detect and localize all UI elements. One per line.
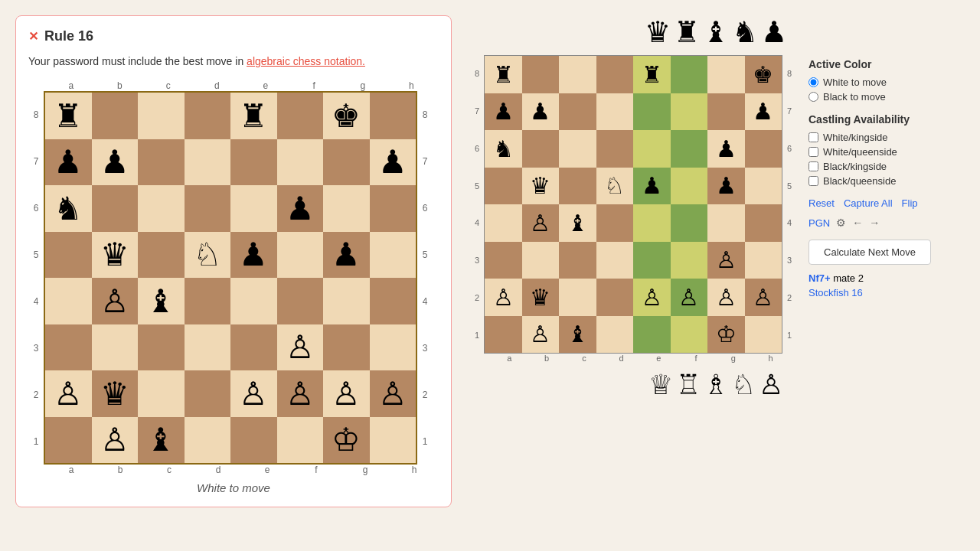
small-cell[interactable] xyxy=(45,232,92,279)
small-cell[interactable]: ♛ xyxy=(92,232,139,279)
settings-icon[interactable]: ⚙ xyxy=(836,217,846,229)
main-cell[interactable]: ♙ xyxy=(671,279,708,316)
main-cell[interactable] xyxy=(522,56,560,93)
main-cell[interactable]: ♟ xyxy=(485,93,522,131)
small-cell[interactable]: ♙ xyxy=(323,370,370,417)
reset-link[interactable]: Reset xyxy=(808,197,835,209)
small-cell[interactable]: ♔ xyxy=(323,417,370,464)
small-cell[interactable]: ♟ xyxy=(230,232,277,279)
small-cell[interactable]: ♟ xyxy=(370,139,416,186)
small-cell[interactable] xyxy=(230,139,277,186)
small-cell[interactable]: ♙ xyxy=(277,370,324,417)
main-cell[interactable]: ♙ xyxy=(745,279,782,316)
castling-checkbox[interactable] xyxy=(808,161,818,171)
small-cell[interactable] xyxy=(92,93,139,139)
tray-piece[interactable]: ♝ xyxy=(703,15,729,49)
small-cell[interactable] xyxy=(370,232,416,279)
black-to-move-option[interactable]: Black to move xyxy=(808,91,962,103)
small-cell[interactable]: ♛ xyxy=(92,370,139,417)
small-cell[interactable] xyxy=(230,278,277,324)
main-cell[interactable] xyxy=(559,56,596,93)
small-cell[interactable]: ♟ xyxy=(45,139,92,186)
main-cell[interactable] xyxy=(596,56,634,93)
small-cell[interactable] xyxy=(185,139,231,186)
main-cell[interactable] xyxy=(671,130,708,168)
main-cell[interactable] xyxy=(633,204,671,242)
main-cell[interactable] xyxy=(671,56,708,93)
castling-option[interactable]: White/kingside xyxy=(808,132,962,143)
main-cell[interactable] xyxy=(707,93,745,131)
main-cell[interactable]: ♜ xyxy=(633,56,671,93)
main-cell[interactable] xyxy=(596,279,634,316)
tray-piece[interactable]: ♛ xyxy=(645,15,671,49)
main-cell[interactable] xyxy=(596,93,634,131)
main-cell[interactable]: ♙ xyxy=(522,204,560,242)
main-cell[interactable] xyxy=(745,168,782,205)
main-cell[interactable]: ♝ xyxy=(559,316,596,354)
small-cell[interactable]: ♙ xyxy=(45,370,92,417)
main-cell[interactable] xyxy=(485,204,522,242)
small-cell[interactable]: ♜ xyxy=(230,93,277,139)
tray-piece[interactable]: ♘ xyxy=(731,369,756,401)
small-cell[interactable]: ♜ xyxy=(45,93,92,139)
tray-piece[interactable]: ♖ xyxy=(676,369,701,401)
main-cell[interactable] xyxy=(596,204,634,242)
small-cell[interactable] xyxy=(370,185,416,232)
undo-icon[interactable]: ← xyxy=(852,217,863,229)
small-cell[interactable] xyxy=(230,185,277,232)
main-cell[interactable]: ♟ xyxy=(707,168,745,205)
main-cell[interactable] xyxy=(671,168,708,205)
main-cell[interactable]: ♛ xyxy=(522,168,560,205)
main-cell[interactable] xyxy=(596,130,634,168)
main-cell[interactable]: ♞ xyxy=(485,130,522,168)
small-cell[interactable] xyxy=(277,139,324,186)
main-cell[interactable]: ♟ xyxy=(522,93,560,131)
small-cell[interactable] xyxy=(323,324,370,371)
small-cell[interactable] xyxy=(185,417,231,464)
small-cell[interactable] xyxy=(185,278,231,324)
bottom-piece-tray[interactable]: ♕♖♗♘♙ xyxy=(648,369,783,401)
main-cell[interactable] xyxy=(633,242,671,279)
small-cell[interactable] xyxy=(277,232,324,279)
main-cell[interactable] xyxy=(522,130,560,168)
main-chess-board[interactable]: ♜♜♚♟♟♟♞♟♛♘♟♟♙♝♙♙♛♙♙♙♙♙♝♔ xyxy=(484,55,782,354)
small-cell[interactable] xyxy=(92,185,139,232)
main-cell[interactable]: ♜ xyxy=(485,56,522,93)
small-cell[interactable] xyxy=(138,185,185,232)
small-cell[interactable]: ♙ xyxy=(277,324,324,371)
small-cell[interactable] xyxy=(45,417,92,464)
main-cell[interactable] xyxy=(596,242,634,279)
small-cell[interactable] xyxy=(45,278,92,324)
main-cell[interactable]: ♙ xyxy=(707,279,745,316)
small-cell[interactable] xyxy=(323,185,370,232)
tray-piece[interactable]: ♗ xyxy=(704,369,728,401)
small-cell[interactable] xyxy=(277,93,324,139)
small-cell[interactable]: ♘ xyxy=(185,232,231,279)
small-cell[interactable] xyxy=(185,93,231,139)
pgn-label[interactable]: PGN xyxy=(808,217,830,229)
small-cell[interactable]: ♞ xyxy=(45,185,92,232)
main-cell[interactable] xyxy=(671,93,708,131)
tray-piece[interactable]: ♜ xyxy=(674,15,700,49)
main-cell[interactable] xyxy=(559,93,596,131)
small-cell[interactable] xyxy=(138,370,185,417)
small-cell[interactable]: ♙ xyxy=(92,278,139,324)
small-cell[interactable]: ♙ xyxy=(230,370,277,417)
main-cell[interactable] xyxy=(559,279,596,316)
small-cell[interactable] xyxy=(185,185,231,232)
small-cell[interactable]: ♙ xyxy=(370,370,416,417)
tray-piece[interactable]: ♙ xyxy=(759,369,783,401)
castling-option[interactable]: White/queenside xyxy=(808,146,962,158)
small-cell[interactable]: ♟ xyxy=(277,185,324,232)
main-cell[interactable] xyxy=(485,316,522,354)
small-cell[interactable] xyxy=(138,93,185,139)
small-cell[interactable] xyxy=(370,93,416,139)
small-cell[interactable]: ♟ xyxy=(92,139,139,186)
small-cell[interactable] xyxy=(45,324,92,371)
small-cell[interactable] xyxy=(277,278,324,324)
main-cell[interactable] xyxy=(671,242,708,279)
tray-piece[interactable]: ♕ xyxy=(648,369,673,401)
small-cell[interactable] xyxy=(185,324,231,371)
castling-checkbox[interactable] xyxy=(808,132,818,142)
small-cell[interactable] xyxy=(138,324,185,371)
